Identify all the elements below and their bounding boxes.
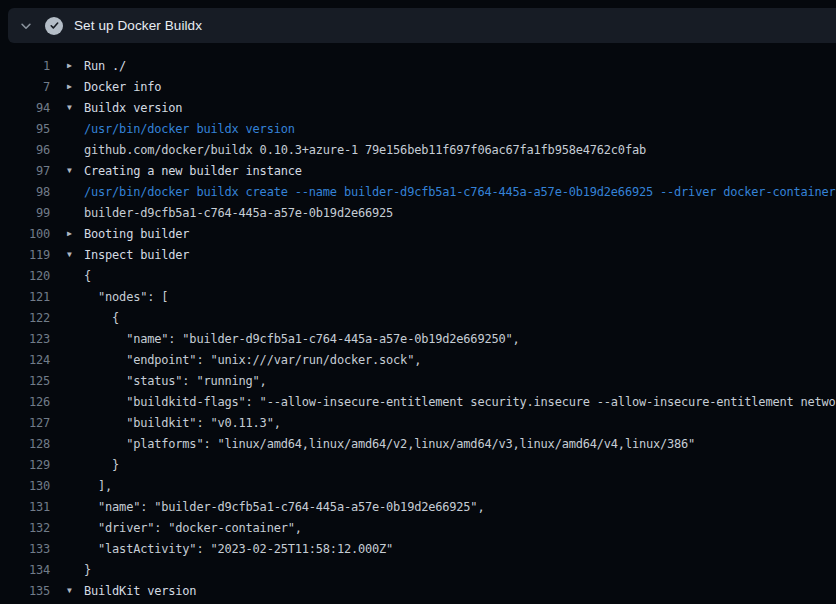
triangle-right-icon[interactable]: ▶ xyxy=(67,223,80,244)
line-number[interactable]: 121 xyxy=(0,290,50,304)
log-text[interactable]: Buildx version xyxy=(84,101,182,115)
log-text: "lastActivity": "2023-02-25T11:58:12.000… xyxy=(84,542,393,556)
log-line: 133 "lastActivity": "2023-02-25T11:58:12… xyxy=(0,538,836,559)
log-text: ], xyxy=(84,479,112,493)
step-title: Set up Docker Buildx xyxy=(74,18,202,33)
step-header[interactable]: Set up Docker Buildx xyxy=(8,8,836,43)
log-group-header: 119 ▼ Inspect builder xyxy=(0,244,836,265)
line-number[interactable]: 130 xyxy=(0,479,50,493)
log-line: 120 { xyxy=(0,265,836,286)
log-line: 99 builder-d9cfb5a1-c764-445a-a57e-0b19d… xyxy=(0,202,836,223)
log-line: 124 "endpoint": "unix:///var/run/docker.… xyxy=(0,349,836,370)
log-text[interactable]: Booting builder xyxy=(84,227,189,241)
line-number[interactable]: 119 xyxy=(0,248,50,262)
log-line: 129 } xyxy=(0,454,836,475)
log-line: 95 /usr/bin/docker buildx version xyxy=(0,118,836,139)
log-line: 122 { xyxy=(0,307,836,328)
line-number[interactable]: 131 xyxy=(0,500,50,514)
log-line: 132 "driver": "docker-container", xyxy=(0,517,836,538)
log-line: 121 "nodes": [ xyxy=(0,286,836,307)
line-number[interactable]: 95 xyxy=(0,122,50,136)
log-text[interactable]: Run ./ xyxy=(84,59,126,73)
chevron-down-icon[interactable] xyxy=(18,18,34,34)
log-text[interactable]: Creating a new builder instance xyxy=(84,164,302,178)
line-number[interactable]: 133 xyxy=(0,542,50,556)
log-line: 123 "name": "builder-d9cfb5a1-c764-445a-… xyxy=(0,328,836,349)
line-number[interactable]: 7 xyxy=(0,80,50,94)
log-line: 127 "buildkit": "v0.11.3", xyxy=(0,412,836,433)
line-number[interactable]: 123 xyxy=(0,332,50,346)
log-text: "nodes": [ xyxy=(84,290,168,304)
triangle-right-icon[interactable]: ▶ xyxy=(67,76,80,97)
log-text: "buildkit": "v0.11.3", xyxy=(84,416,281,430)
log-group-header: 97 ▼ Creating a new builder instance xyxy=(0,160,836,181)
triangle-down-icon[interactable]: ▼ xyxy=(67,580,80,601)
log-text: "status": "running", xyxy=(84,374,267,388)
triangle-down-icon[interactable]: ▼ xyxy=(67,244,80,265)
line-number[interactable]: 124 xyxy=(0,353,50,367)
line-number[interactable]: 122 xyxy=(0,311,50,325)
log-line: 126 "buildkitd-flags": "--allow-insecure… xyxy=(0,391,836,412)
log-group-header: 1 ▶ Run ./ xyxy=(0,55,836,76)
log-text: /usr/bin/docker buildx create --name bui… xyxy=(84,185,836,199)
triangle-down-icon[interactable]: ▼ xyxy=(67,97,80,118)
log-text: "buildkitd-flags": "--allow-insecure-ent… xyxy=(84,395,836,409)
log-text[interactable]: Inspect builder xyxy=(84,248,189,262)
log-line: 96 github.com/docker/buildx 0.10.3+azure… xyxy=(0,139,836,160)
line-number[interactable]: 1 xyxy=(0,59,50,73)
log-text: "platforms": "linux/amd64,linux/amd64/v2… xyxy=(84,437,695,451)
log-text: /usr/bin/docker buildx version xyxy=(84,122,295,136)
log-line: 125 "status": "running", xyxy=(0,370,836,391)
line-number[interactable]: 126 xyxy=(0,395,50,409)
log-group-header: 135 ▼ BuildKit version xyxy=(0,580,836,601)
line-number[interactable]: 129 xyxy=(0,458,50,472)
log-text[interactable]: BuildKit version xyxy=(84,584,196,598)
line-number[interactable]: 98 xyxy=(0,185,50,199)
line-number[interactable]: 94 xyxy=(0,101,50,115)
line-number[interactable]: 134 xyxy=(0,563,50,577)
triangle-down-icon[interactable]: ▼ xyxy=(67,160,80,181)
log-line: 98 /usr/bin/docker buildx create --name … xyxy=(0,181,836,202)
line-number[interactable]: 125 xyxy=(0,374,50,388)
line-number[interactable]: 99 xyxy=(0,206,50,220)
log-line: 130 ], xyxy=(0,475,836,496)
log-line: 134 } xyxy=(0,559,836,580)
log-text: "driver": "docker-container", xyxy=(84,521,302,535)
log-text: builder-d9cfb5a1-c764-445a-a57e-0b19d2e6… xyxy=(84,206,393,220)
line-number[interactable]: 128 xyxy=(0,437,50,451)
log-text: { xyxy=(84,269,91,283)
log-text[interactable]: Docker info xyxy=(84,80,161,94)
log-text: } xyxy=(84,458,119,472)
log-line: 131 "name": "builder-d9cfb5a1-c764-445a-… xyxy=(0,496,836,517)
log-group-header: 100 ▶ Booting builder xyxy=(0,223,836,244)
line-number[interactable]: 96 xyxy=(0,143,50,157)
log-text: { xyxy=(84,311,119,325)
log-text: "name": "builder-d9cfb5a1-c764-445a-a57e… xyxy=(84,500,484,514)
log-text: "endpoint": "unix:///var/run/docker.sock… xyxy=(84,353,421,367)
line-number[interactable]: 97 xyxy=(0,164,50,178)
log-text: github.com/docker/buildx 0.10.3+azure-1 … xyxy=(84,143,646,157)
log-line: 128 "platforms": "linux/amd64,linux/amd6… xyxy=(0,433,836,454)
check-circle-icon xyxy=(45,17,63,35)
log-text: } xyxy=(84,563,91,577)
line-number[interactable]: 135 xyxy=(0,584,50,598)
log-group-header: 94 ▼ Buildx version xyxy=(0,97,836,118)
line-number[interactable]: 120 xyxy=(0,269,50,283)
line-number[interactable]: 132 xyxy=(0,521,50,535)
log-text: "name": "builder-d9cfb5a1-c764-445a-a57e… xyxy=(84,332,520,346)
log-group-header: 7 ▶ Docker info xyxy=(0,76,836,97)
triangle-right-icon[interactable]: ▶ xyxy=(67,55,80,76)
line-number[interactable]: 100 xyxy=(0,227,50,241)
line-number[interactable]: 127 xyxy=(0,416,50,430)
log-area: 1 ▶ Run ./ 7 ▶ Docker info 94 ▼ Buildx v… xyxy=(0,43,836,604)
